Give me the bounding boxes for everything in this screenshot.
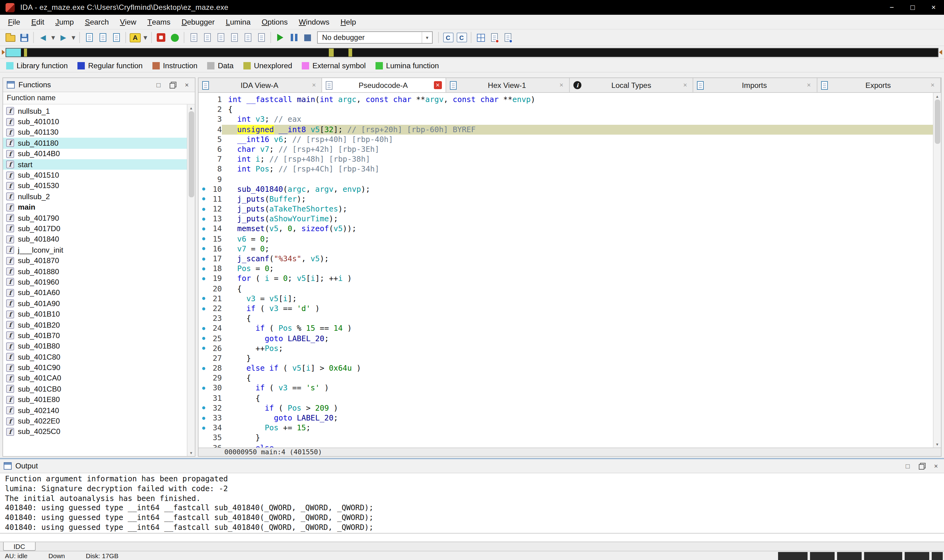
code-line[interactable]: 16 v7 = 0; (198, 244, 941, 254)
cross-references-icon[interactable] (241, 31, 254, 44)
menu-view[interactable]: View (114, 15, 141, 29)
code-line[interactable]: 1int __fastcall main(int argc, const cha… (198, 95, 941, 105)
output-maximize-icon[interactable]: □ (903, 462, 912, 470)
debugger-windows-icon[interactable] (474, 31, 487, 44)
tab-close-icon[interactable]: × (805, 81, 813, 89)
navigate-back-icon[interactable]: ◀ (36, 31, 50, 44)
code-line[interactable]: 33 goto LABEL_20; (198, 413, 941, 423)
tab-close-icon[interactable]: × (929, 81, 936, 89)
function-list-item[interactable]: fsub_401130 (3, 127, 187, 138)
function-list-item[interactable]: fsub_401530 (3, 180, 187, 191)
function-list-item[interactable]: fsub_401880 (3, 266, 187, 277)
debugger-pause-icon[interactable] (287, 31, 301, 44)
strings-window-icon[interactable]: A (128, 31, 142, 44)
function-list-item[interactable]: fsub_401A60 (3, 288, 187, 298)
output-float-icon[interactable] (918, 462, 926, 470)
function-list-item[interactable]: fj___lconv_init (3, 245, 187, 255)
function-list-item[interactable]: fsub_4014B0 (3, 148, 187, 159)
run-idc-icon[interactable]: C (455, 31, 468, 44)
code-line[interactable]: 17 j_scanf("%34s", v5); (198, 254, 941, 264)
function-list-item[interactable]: fsub_401A90 (3, 298, 187, 309)
enums-window-icon[interactable] (228, 31, 241, 44)
breakpoint-list-icon[interactable] (487, 31, 501, 44)
code-line[interactable]: 29 { (198, 374, 941, 383)
menu-edit[interactable]: Edit (26, 15, 50, 29)
tab-close-icon[interactable]: × (557, 81, 566, 89)
function-list-item[interactable]: fsub_401010 (3, 117, 187, 127)
code-line[interactable]: 28 else if ( v5[i] > 0x64u ) (198, 363, 941, 373)
navigate-back-dropdown-icon[interactable]: ▾ (50, 31, 57, 44)
compile-idc-icon[interactable]: C (441, 31, 455, 44)
scroll-up-icon[interactable]: ▲ (933, 93, 941, 100)
pseudocode-scrollbar[interactable]: ▲ ▼ (933, 93, 941, 448)
code-line[interactable]: 20 { (198, 284, 941, 294)
code-line[interactable]: 8 int Pos; // [rsp+4Ch] [rbp-34h] (198, 165, 941, 174)
lumina-function-icon[interactable] (168, 31, 181, 44)
functions-maximize-icon[interactable]: □ (154, 80, 163, 89)
code-line[interactable]: 6 char v7; // [rsp+42h] [rbp-3Eh] (198, 145, 941, 154)
function-list-item[interactable]: fsub_401B20 (3, 320, 187, 331)
function-list-item[interactable]: fsub_401C90 (3, 362, 187, 373)
close-button[interactable]: × (923, 0, 944, 15)
menu-file[interactable]: File (3, 15, 26, 29)
functions-close-icon[interactable]: × (183, 80, 191, 89)
tab-close-icon[interactable]: × (681, 81, 689, 89)
function-name-column-header[interactable]: Function name (3, 92, 195, 105)
function-list-item[interactable]: fsub_401E80 (3, 394, 187, 405)
debugger-select[interactable]: No debugger▾ (317, 31, 433, 44)
code-line[interactable]: 5 __int16 v6; // [rsp+40h] [rbp-40h] (198, 135, 941, 145)
function-list-item[interactable]: fsub_401C80 (3, 352, 187, 362)
menu-windows[interactable]: Windows (293, 15, 335, 29)
function-list-item[interactable]: fsub_401840 (3, 234, 187, 245)
pseudocode-view[interactable]: 1int __fastcall main(int argc, const cha… (198, 93, 941, 448)
save-database-icon[interactable] (17, 31, 31, 44)
tab-pseudocode-a[interactable]: Pseudocode-A× (322, 78, 446, 92)
code-line[interactable]: 12 j_puts(aTakeTheShortes); (198, 204, 941, 214)
code-line[interactable]: 3 int v3; // eax (198, 115, 941, 125)
function-list-item[interactable]: fsub_401510 (3, 170, 187, 181)
code-line[interactable]: 24 if ( Pos % 15 == 14 ) (198, 324, 941, 334)
database-snapshot-icon[interactable] (154, 31, 168, 44)
code-line[interactable]: 2{ (198, 105, 941, 114)
code-line[interactable]: 18 Pos = 0; (198, 264, 941, 274)
code-line[interactable]: 11 j_puts(Buffer); (198, 194, 941, 204)
function-list-item[interactable]: fstart (3, 159, 187, 170)
code-line[interactable]: 36 else (198, 443, 941, 448)
jump-by-name-icon[interactable] (82, 31, 96, 44)
function-list-item[interactable]: fnullsub_1 (3, 106, 187, 117)
scroll-down-icon[interactable]: ▼ (933, 441, 941, 448)
code-line[interactable]: 35 } (198, 433, 941, 443)
open-file-icon[interactable] (4, 31, 17, 44)
tab-idc[interactable]: IDC (3, 542, 35, 551)
code-line[interactable]: 9 (198, 174, 941, 184)
code-line[interactable]: 14 memset(v5, 0, sizeof(v5)); (198, 224, 941, 234)
function-list-item[interactable]: fsub_401180 (3, 138, 187, 148)
function-list-item[interactable]: fsub_402140 (3, 405, 187, 416)
navigate-forward-icon[interactable]: ▶ (57, 31, 70, 44)
code-line[interactable]: 32 if ( Pos > 209 ) (198, 403, 941, 413)
navigate-forward-dropdown-icon[interactable]: ▾ (70, 31, 77, 44)
function-list-item[interactable]: fmain (3, 202, 187, 213)
functions-float-icon[interactable] (168, 80, 177, 89)
code-line[interactable]: 10 sub_401840(argc, argv, envp); (198, 184, 941, 194)
menu-teams[interactable]: Teams (141, 15, 176, 29)
debugger-continue-icon[interactable] (274, 31, 287, 44)
watch-list-icon[interactable] (501, 31, 514, 44)
structures-window-icon[interactable] (214, 31, 228, 44)
function-list-item[interactable]: fsub_401790 (3, 213, 187, 223)
code-line[interactable]: 15 v6 = 0; (198, 234, 941, 244)
menu-help[interactable]: Help (335, 15, 362, 29)
function-list-item[interactable]: fsub_401870 (3, 255, 187, 266)
code-line[interactable]: 21 v3 = v5[i]; (198, 294, 941, 304)
menu-search[interactable]: Search (79, 15, 114, 29)
menu-debugger[interactable]: Debugger (176, 15, 220, 29)
navigation-band[interactable] (6, 48, 938, 57)
code-line[interactable]: 26 ++Pos; (198, 343, 941, 353)
menu-options[interactable]: Options (256, 15, 293, 29)
menu-lumina[interactable]: Lumina (220, 15, 256, 29)
tab-ida-view-a[interactable]: IDA View-A× (198, 78, 322, 92)
function-list-item[interactable]: fsub_401CA0 (3, 373, 187, 384)
code-line[interactable]: 7 int i; // [rsp+48h] [rbp-38h] (198, 154, 941, 164)
function-list-item[interactable]: fsub_401CB0 (3, 383, 187, 394)
function-list-item[interactable]: fsub_401B70 (3, 330, 187, 341)
